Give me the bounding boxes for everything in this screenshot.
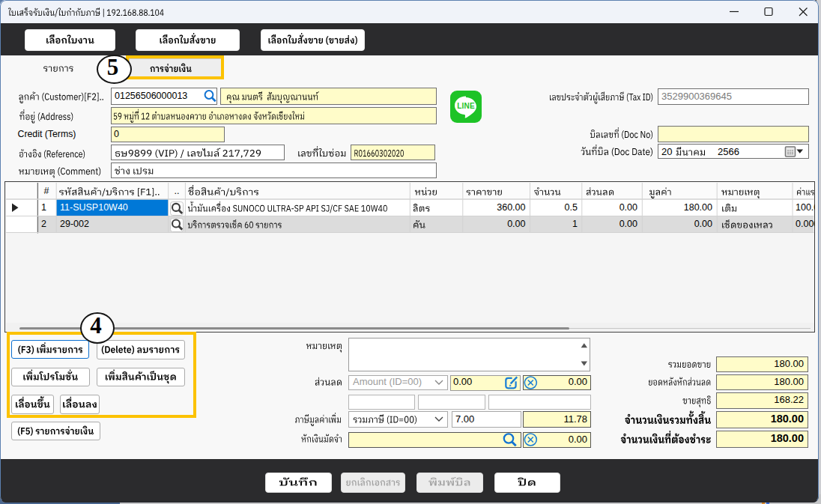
svg-text:LINE: LINE xyxy=(457,102,475,110)
